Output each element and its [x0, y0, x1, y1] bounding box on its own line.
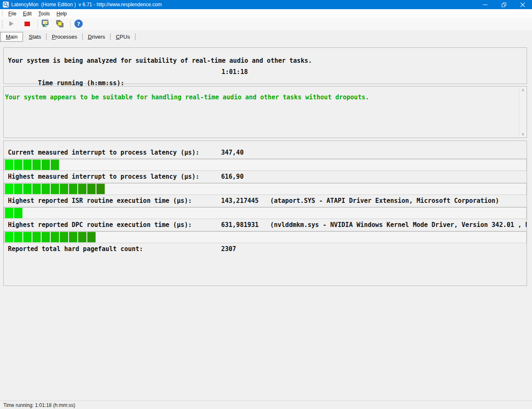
- measurement-label: Reported total hard pagefault count:: [8, 245, 143, 253]
- time-running-value: 1:01:18: [222, 67, 248, 78]
- measurement-value: 631,981931: [221, 219, 259, 231]
- toolbar-gripper[interactable]: [2, 20, 3, 29]
- bar-segment: [51, 160, 59, 170]
- tab-processes-label: Processes: [52, 34, 77, 40]
- options-button[interactable]: [39, 19, 52, 30]
- main-tab-page: Your system is being analyzed for suitab…: [0, 42, 532, 402]
- bar-segment: [51, 184, 59, 194]
- toolbar-separator: [70, 20, 71, 29]
- bar-segment: [42, 232, 50, 242]
- app-icon: [2, 1, 9, 8]
- tab-cpus-label: CPUs: [116, 34, 130, 40]
- help-button[interactable]: ?: [72, 19, 85, 30]
- stop-icon: [25, 21, 30, 28]
- latency-bar: [4, 207, 527, 219]
- bar-segment: [5, 208, 13, 218]
- bar-segment: [32, 184, 41, 194]
- start-monitor-button[interactable]: [5, 19, 17, 30]
- svg-text:?: ?: [77, 21, 80, 27]
- toolbar-separator: [37, 20, 38, 29]
- bar-segment: [23, 184, 32, 194]
- titlebar: LatencyMon (Home Edition ) v 6.71 - http…: [0, 0, 532, 9]
- measurement-row: Highest measured interrupt to process la…: [4, 171, 527, 183]
- scroll-down-icon[interactable]: ∨: [521, 131, 525, 137]
- measurement-value: 2307: [221, 243, 236, 255]
- bar-segment: [78, 232, 86, 242]
- statusbar: Time running: 1:01:18 (h:mm:ss): [0, 401, 532, 409]
- restore-button[interactable]: [495, 0, 513, 9]
- tools-monitor-icon: [41, 19, 51, 30]
- latency-bar: [4, 183, 527, 195]
- analysis-panel: Your system is being analyzed for suitab…: [3, 47, 527, 84]
- latencymon-window: LatencyMon (Home Edition ) v 6.71 - http…: [0, 0, 532, 402]
- bar-segment: [60, 184, 68, 194]
- bar-segment: [60, 232, 68, 242]
- analysis-message: Your system is being analyzed for suitab…: [4, 55, 527, 67]
- measurement-detail: (nvlddmkm.sys - NVIDIA Windows Kernel Mo…: [270, 219, 527, 231]
- processes-windows-icon: [55, 19, 65, 30]
- bar-segment: [87, 184, 96, 194]
- bar-segment: [14, 232, 22, 242]
- view-windows-button[interactable]: [54, 19, 66, 30]
- verdict-panel: Your system appears to be suitable for h…: [3, 86, 527, 138]
- menu-help[interactable]: Help: [53, 10, 70, 18]
- latency-bar: [4, 159, 527, 171]
- bar-segment: [5, 184, 13, 194]
- bar-segment: [69, 232, 77, 242]
- tab-main-label: Main: [6, 34, 17, 40]
- measurement-label: Highest reported DPC routine execution t…: [8, 221, 192, 229]
- bar-segment: [87, 232, 96, 242]
- bar-segment: [23, 160, 32, 170]
- bar-segment: [32, 232, 41, 242]
- minimize-button[interactable]: [476, 0, 495, 9]
- measurement-row: Highest reported ISR routine execution t…: [4, 195, 527, 207]
- bar-segment: [14, 184, 22, 194]
- bar-segment: [42, 160, 50, 170]
- tabbar: Main Stats Processes Drivers CPUs: [0, 31, 532, 42]
- measurement-detail: (ataport.SYS - ATAPI Driver Extension, M…: [270, 195, 499, 207]
- scroll-up-icon[interactable]: ∧: [521, 87, 525, 93]
- bar-segment: [78, 184, 86, 194]
- measurement-value: 347,40: [221, 147, 244, 159]
- stop-monitor-button[interactable]: [21, 19, 33, 30]
- bar-segment: [5, 160, 13, 170]
- bar-segment: [14, 208, 22, 218]
- measurements-panel: Current measured interrupt to process la…: [3, 140, 527, 286]
- time-running-row: Time running (h:mm:ss): 1:01:18: [4, 67, 527, 78]
- tab-cpus[interactable]: CPUs: [111, 32, 135, 42]
- play-icon: [8, 21, 14, 28]
- bar-segment: [42, 184, 50, 194]
- bar-segment: [5, 232, 13, 242]
- menu-tools[interactable]: Tools: [35, 10, 53, 18]
- menubar: File Edit Tools Help: [0, 9, 532, 18]
- latency-bar: [4, 231, 527, 243]
- bar-segment: [14, 160, 22, 170]
- help-icon: ?: [74, 19, 83, 30]
- measurement-row: Highest reported DPC routine execution t…: [4, 219, 527, 231]
- vertical-scrollbar[interactable]: ∧ ∨: [519, 87, 526, 137]
- menubar-gripper[interactable]: [2, 11, 3, 17]
- measurement-label: Highest measured interrupt to process la…: [8, 173, 200, 180]
- menu-edit[interactable]: Edit: [20, 10, 35, 18]
- tab-stats-label: Stats: [29, 34, 41, 40]
- tab-processes[interactable]: Processes: [47, 32, 83, 42]
- menu-file[interactable]: File: [5, 10, 20, 18]
- bar-segment: [23, 232, 32, 242]
- bar-segment: [51, 232, 59, 242]
- statusbar-text: Time running: 1:01:18 (h:mm:ss): [3, 402, 75, 408]
- close-button[interactable]: [513, 0, 532, 9]
- toolbar: ?: [0, 18, 532, 31]
- window-title: LatencyMon (Home Edition ) v 6.71 - http…: [11, 2, 162, 7]
- window-controls: [476, 0, 532, 9]
- bar-segment: [69, 184, 77, 194]
- measurement-value: 143,217445: [221, 195, 259, 207]
- verdict-message: Your system appears to be suitable for h…: [4, 93, 527, 102]
- measurement-row: Reported total hard pagefault count:2307: [4, 243, 527, 255]
- measurement-value: 616,90: [221, 171, 244, 183]
- tab-drivers[interactable]: Drivers: [83, 32, 111, 42]
- tab-drivers-label: Drivers: [88, 34, 105, 40]
- bar-segment: [96, 184, 105, 194]
- tab-stats[interactable]: Stats: [23, 32, 47, 42]
- tab-main[interactable]: Main: [0, 32, 23, 42]
- measurement-row: Current measured interrupt to process la…: [4, 147, 527, 159]
